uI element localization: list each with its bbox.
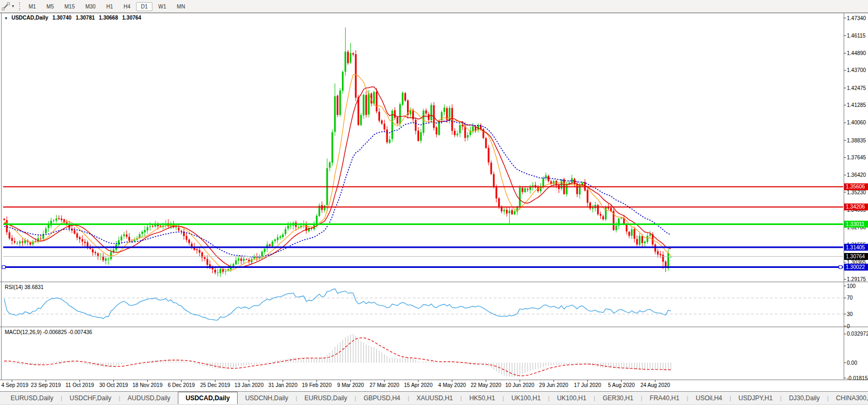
price-tick-label: 1.47340 <box>847 15 866 21</box>
candle-body <box>444 108 445 112</box>
tab-dj30-daily[interactable]: DJ30,Daily <box>782 392 827 404</box>
candle-body <box>160 226 161 227</box>
tab-usoil-h4[interactable]: USOil,H4 <box>688 392 729 404</box>
tab-gbpusd-h4[interactable]: GBPUSD,H4 <box>356 392 408 404</box>
tab-usdjpy-h1[interactable]: USDJPY,H1 <box>731 392 780 404</box>
candle-body <box>548 176 549 181</box>
candle-body <box>347 52 349 64</box>
tab-usdcad-daily[interactable]: USDCAD,Daily <box>178 392 238 404</box>
candle-body <box>152 226 153 227</box>
candle-body <box>389 139 391 143</box>
candle-body <box>493 174 494 187</box>
rsi-scale-100: 100 <box>847 283 856 289</box>
candle-body <box>238 258 239 260</box>
candle-body <box>329 163 330 168</box>
candle-body <box>196 249 197 250</box>
candle-body <box>449 108 450 121</box>
hline-price-text: 1.34206 <box>846 204 865 210</box>
hline-price-text: 1.33011 <box>846 221 865 227</box>
tab-uk100-h1[interactable]: UK100,H1 <box>549 392 593 404</box>
price-tick-label: 1.36420 <box>847 172 866 178</box>
candle-body <box>399 104 401 124</box>
tab-fra40-h1[interactable]: FRA40,H1 <box>643 392 687 404</box>
horizontal-lines: 1.356061.342061.330111.314051.300221.307… <box>2 183 868 271</box>
candle-body <box>141 232 143 234</box>
date-label: 6 Dec 2019 <box>168 382 195 388</box>
tab-usdcnh-daily[interactable]: USDCNH,Daily <box>238 392 295 404</box>
date-axis[interactable]: 4 Sep 201923 Sep 201911 Oct 201930 Oct 2… <box>1 380 670 388</box>
candle-body <box>269 245 270 246</box>
hline-handle-left[interactable] <box>2 266 5 269</box>
candle-body <box>600 214 601 215</box>
candle-body <box>527 189 528 190</box>
candle-body <box>180 231 182 231</box>
candle-body <box>542 178 544 187</box>
candle-body <box>454 131 456 135</box>
date-label: 9 Mar 2020 <box>337 382 364 388</box>
candle-body <box>339 91 341 115</box>
tab-china300-h1[interactable]: CHINA300,H1 <box>829 392 868 404</box>
date-label: 29 Jun 2020 <box>539 382 568 388</box>
date-label: 24 Aug 2020 <box>640 382 671 388</box>
candle-body <box>324 205 326 210</box>
tab-xauusd-h1[interactable]: XAUUSD,H1 <box>409 392 460 404</box>
chart-canvas[interactable]: 100703000.0329720.00-0.0181541.473401.46… <box>0 0 868 405</box>
candle-body <box>30 242 31 245</box>
candle-body <box>157 225 159 227</box>
candle-body <box>667 253 669 268</box>
candle-body <box>425 110 427 113</box>
ohlc-low: 1.30668 <box>99 15 118 21</box>
tab-audusd-daily[interactable]: AUDUSD,Daily <box>120 392 178 404</box>
tab-hk50-h1[interactable]: HK50,H1 <box>462 392 503 404</box>
candle-body <box>519 187 521 208</box>
candle-body <box>644 241 646 243</box>
tab-ger30-h1[interactable]: GER30,H1 <box>595 392 641 404</box>
date-label: 13 Jan 2020 <box>234 382 264 388</box>
candle-body <box>337 96 338 115</box>
ohlc-close: 1.30764 <box>122 15 141 21</box>
candle-body <box>48 225 49 228</box>
candle-body <box>274 239 276 241</box>
candle-body <box>641 236 643 243</box>
candle-body <box>206 259 208 265</box>
candle-body <box>514 211 516 214</box>
candle-body <box>360 115 361 125</box>
candle-body <box>396 118 398 124</box>
candle-body <box>3 219 5 220</box>
candle-body <box>521 188 523 192</box>
chart-menu-caret-icon[interactable]: ▼ <box>4 16 8 20</box>
candle-body <box>282 235 284 237</box>
date-label: 27 Mar 2020 <box>369 382 400 388</box>
rsi-indicator-label: RSI(14) 38.6831 <box>5 284 43 290</box>
candle-body <box>376 92 377 111</box>
candle-body <box>22 241 23 242</box>
tab-eurusd-daily[interactable]: EURUSD,Daily <box>3 392 61 404</box>
price-tick-label: 1.29175 <box>847 276 866 282</box>
candle-body <box>61 219 62 220</box>
price-tick-label: 1.38835 <box>847 138 866 143</box>
hline-handle-right[interactable] <box>839 266 842 269</box>
candle-body <box>631 229 632 236</box>
price-axis[interactable]: 1.473401.461151.448901.437001.424751.412… <box>844 15 866 283</box>
candle-body <box>264 249 265 252</box>
candle-body <box>628 232 630 236</box>
rsi-scale-30: 30 <box>847 311 853 317</box>
tab-usdchf-daily[interactable]: USDCHF,Daily <box>62 392 119 404</box>
tab-eurusd-daily[interactable]: EURUSD,Daily <box>297 392 355 404</box>
candle-body <box>279 237 281 238</box>
candle-body <box>649 235 651 236</box>
candle-body <box>579 185 581 194</box>
candle-body <box>498 199 500 207</box>
candle-body <box>488 148 490 163</box>
macd-indicator-label: MACD(12,26,9) -0.006825 -0.007436 <box>5 329 92 335</box>
candle-body <box>365 95 367 115</box>
date-label: 30 Oct 2019 <box>99 382 128 388</box>
tab-uk100-h1[interactable]: UK100,H1 <box>504 392 548 404</box>
price-tick-label: 1.42475 <box>847 85 866 91</box>
candle-body <box>16 243 18 244</box>
candle-body <box>297 227 299 228</box>
candle-body <box>82 239 83 241</box>
candle-body <box>602 217 604 220</box>
candle-body <box>188 240 190 243</box>
candle-body <box>490 163 492 174</box>
